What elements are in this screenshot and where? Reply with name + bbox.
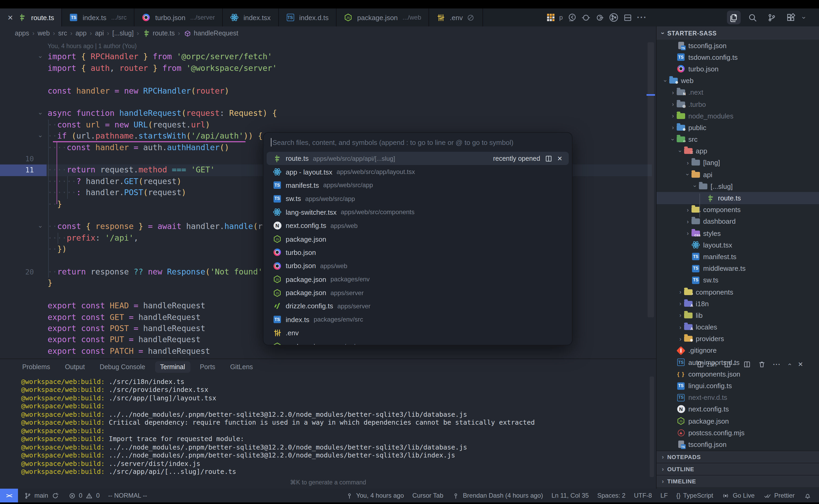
editor-tab-package.json[interactable]: JSpackage.json.../web <box>336 8 429 26</box>
go-live-button[interactable]: Go Live <box>722 491 755 500</box>
tree-item-components.json[interactable]: { }components.json <box>657 368 819 380</box>
quick-open-item-manifest.ts[interactable]: TSmanifest.tsapps/web/src/app <box>267 179 569 192</box>
panel-tab-Problems[interactable]: Problems <box>17 361 56 373</box>
pin-icon[interactable]: p <box>559 14 563 21</box>
tree-item-manifest.ts[interactable]: TSmanifest.ts <box>657 251 819 263</box>
explorer-header[interactable]: › STARTER-SASS <box>657 26 819 40</box>
editor-scrollbar[interactable] <box>648 42 654 317</box>
quick-open-item-next.config.ts[interactable]: Nnext.config.tsapps/web <box>267 219 569 232</box>
tree-item-dashboard[interactable]: ›dashboard <box>657 216 819 227</box>
cursor-position[interactable]: Ln 11, Col 35 <box>552 492 589 499</box>
split-open-icon[interactable] <box>545 155 552 162</box>
breadcrumb-item[interactable]: [...slug] <box>112 30 134 37</box>
cursor-tab-status[interactable]: Cursor Tab <box>413 492 444 499</box>
editor-tab-turbo.json[interactable]: turbo.json.../server <box>135 8 223 26</box>
breadcrumb-item[interactable]: route.ts <box>142 29 175 38</box>
close-icon[interactable]: ✕ <box>557 155 563 162</box>
remote-indicator[interactable]: >< <box>0 489 18 502</box>
search-icon[interactable] <box>746 11 760 24</box>
terminal-scrollbar[interactable] <box>650 377 654 477</box>
breadcrumb-item[interactable]: api <box>95 30 104 37</box>
breadcrumb-item[interactable]: apps <box>15 30 29 37</box>
source-control-icon[interactable] <box>765 11 779 24</box>
sidebar-section-NOTEPADS[interactable]: ›NOTEPADS <box>657 450 819 462</box>
terminal-shell-item[interactable]: zsh <box>697 361 716 368</box>
more-actions-icon[interactable]: ··· <box>637 13 647 22</box>
editor-tab-route.ts[interactable]: ✕route.ts <box>0 8 62 26</box>
tree-item-postcss.config.mjs[interactable]: postcss.config.mjs <box>657 427 819 438</box>
quick-open-item-sw.ts[interactable]: TSsw.tsapps/web/src/app <box>267 192 569 205</box>
editor-tab-.env[interactable]: .env <box>429 8 483 26</box>
eol-status[interactable]: LF <box>660 492 668 499</box>
tree-item-styles[interactable]: ›cssstyles <box>657 227 819 239</box>
tree-item-middleware.ts[interactable]: TSmiddleware.ts <box>657 263 819 274</box>
breadcrumb-item[interactable]: app <box>75 30 86 37</box>
chevron-down-icon[interactable]: › <box>800 16 808 19</box>
quick-open-item-package.json[interactable]: JSpackage.jsonpackages/env <box>267 273 569 286</box>
git-branch-status[interactable]: main <box>23 491 59 500</box>
tree-item-tsconfig.json[interactable]: tsconfig.json <box>657 439 819 450</box>
quick-open-item-package.json[interactable]: JSpackage.jsonapps/web <box>267 340 569 345</box>
explorer-view-icon[interactable] <box>727 11 740 24</box>
quick-open-item-drizzle.config.ts[interactable]: drizzle.config.tsapps/server <box>267 300 569 313</box>
panel-tab-Output[interactable]: Output <box>60 361 90 373</box>
extension-grid-icon[interactable] <box>547 14 555 21</box>
tree-item-public[interactable]: ›⊕public <box>657 122 819 134</box>
tree-item-locales[interactable]: ›Alocales <box>657 321 819 333</box>
split-editor-icon[interactable] <box>623 13 632 22</box>
language-status[interactable]: {} TypeScript <box>676 492 713 499</box>
tree-item-.turbo[interactable]: ›◎.turbo <box>657 98 819 110</box>
quick-open-item-app - layout.tsx[interactable]: app - layout.tsxapps/web/src/app/layout.… <box>267 165 569 179</box>
split-panel-icon[interactable] <box>743 361 751 368</box>
nav-current-icon[interactable] <box>581 13 590 22</box>
editor-tab-index.tsx[interactable]: index.tsx <box>223 8 278 26</box>
tree-item-[lang][interactable]: ›[lang] <box>657 157 819 169</box>
close-panel-icon[interactable]: ✕ <box>798 361 803 368</box>
notifications-bell[interactable] <box>803 491 812 500</box>
quick-open-item-package.json[interactable]: JSpackage.jsonapps/server <box>267 286 569 300</box>
terminal-output[interactable]: @workspace/web:build: ./src/i18n/index.t… <box>21 378 535 476</box>
editor-tab-index.d.ts[interactable]: TSindex.d.ts <box>278 8 336 26</box>
editor-tab-index.ts[interactable]: TSindex.ts.../src <box>62 8 135 26</box>
git-graph-icon[interactable] <box>609 13 618 22</box>
tree-item-app[interactable]: ›∷app <box>657 145 819 157</box>
tree-item-.next[interactable]: ›N.next <box>657 87 819 98</box>
quick-open-item-route.ts[interactable]: route.tsapps/web/src/app/api/[...slug]re… <box>267 152 569 165</box>
tree-item-layout.tsx[interactable]: layout.tsx <box>657 239 819 251</box>
tree-item-components[interactable]: ›▪components <box>657 204 819 216</box>
quick-open-item-.env[interactable]: .env <box>267 326 569 340</box>
tree-item-next.config.ts[interactable]: Nnext.config.ts <box>657 404 819 415</box>
quick-open-input[interactable]: Search files, content, and symbols (appe… <box>263 133 572 152</box>
tree-item-lib[interactable]: ›lib <box>657 310 819 321</box>
fold-chevron-icon[interactable]: › <box>36 52 44 63</box>
breadcrumb-item[interactable]: web <box>38 30 50 37</box>
tree-item-i18n[interactable]: ›Ai18n <box>657 298 819 309</box>
quick-open-item-lang-switcher.tsx[interactable]: lang-switcher.tsxapps/web/src/components <box>267 205 569 219</box>
tree-item-src[interactable]: ›‹›src <box>657 134 819 145</box>
tree-item-lingui.config.ts[interactable]: TSlingui.config.ts <box>657 380 819 392</box>
quick-open-item-package.json[interactable]: JSpackage.json <box>267 232 569 246</box>
indentation-status[interactable]: Spaces: 2 <box>597 492 626 499</box>
panel-tab-GitLens[interactable]: GitLens <box>225 361 258 373</box>
extensions-icon[interactable] <box>784 11 798 24</box>
breadcrumb-item[interactable]: handleRequest <box>183 29 238 38</box>
breadcrumb-item[interactable]: src <box>58 30 67 37</box>
blame-status[interactable]: You, 4 hours ago <box>345 491 404 500</box>
panel-tab-Ports[interactable]: Ports <box>195 361 221 373</box>
panel-tab-Terminal[interactable]: Terminal <box>155 361 190 373</box>
sidebar-section-TIMELINE[interactable]: ›TIMELINE <box>657 475 819 487</box>
nav-forward-icon[interactable] <box>595 13 604 22</box>
encoding-status[interactable]: UTF-8 <box>634 492 652 499</box>
fold-chevron-icon[interactable]: › <box>36 221 44 233</box>
tree-item-package.json[interactable]: JSpackage.json <box>657 415 819 427</box>
tree-item-[...slug][interactable]: ›[...slug] <box>657 181 819 192</box>
trash-icon[interactable] <box>758 361 766 368</box>
split-terminal-button[interactable]: › <box>724 361 736 368</box>
tree-item-providers[interactable]: ›✱providers <box>657 333 819 345</box>
nav-back-icon[interactable] <box>568 13 577 22</box>
problems-status[interactable]: 0 0 <box>68 491 100 500</box>
panel-tab-Debug Console[interactable]: Debug Console <box>94 361 150 373</box>
quick-open-item-turbo.json[interactable]: turbo.jsonapps/web <box>267 259 569 273</box>
tree-item-sw.ts[interactable]: TSsw.ts <box>657 274 819 286</box>
more-actions-icon[interactable]: ··· <box>773 361 781 368</box>
